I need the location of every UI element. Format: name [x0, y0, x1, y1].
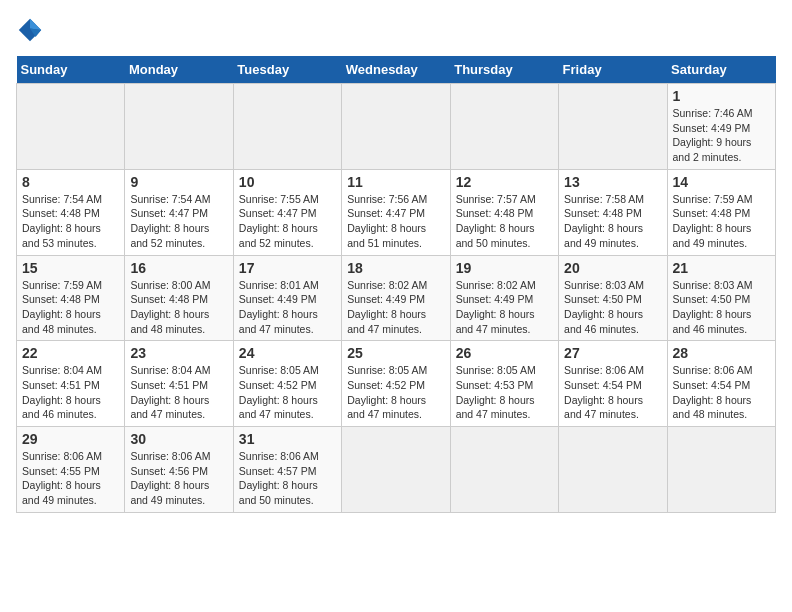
calendar-cell: [17, 84, 125, 170]
cell-info: Sunrise: 8:05 AMSunset: 4:53 PMDaylight:…: [456, 364, 536, 420]
day-number: 15: [22, 260, 119, 276]
day-number: 8: [22, 174, 119, 190]
calendar-cell: 20Sunrise: 8:03 AMSunset: 4:50 PMDayligh…: [559, 255, 667, 341]
day-number: 11: [347, 174, 444, 190]
cell-info: Sunrise: 7:54 AMSunset: 4:48 PMDaylight:…: [22, 193, 102, 249]
calendar-cell: [559, 427, 667, 513]
calendar-cell: 16Sunrise: 8:00 AMSunset: 4:48 PMDayligh…: [125, 255, 233, 341]
calendar-cell: 14Sunrise: 7:59 AMSunset: 4:48 PMDayligh…: [667, 169, 775, 255]
cell-info: Sunrise: 8:06 AMSunset: 4:56 PMDaylight:…: [130, 450, 210, 506]
day-number: 10: [239, 174, 336, 190]
cell-info: Sunrise: 8:03 AMSunset: 4:50 PMDaylight:…: [673, 279, 753, 335]
calendar-cell: 26Sunrise: 8:05 AMSunset: 4:53 PMDayligh…: [450, 341, 558, 427]
col-header-sunday: Sunday: [17, 56, 125, 84]
calendar-cell: [559, 84, 667, 170]
day-number: 16: [130, 260, 227, 276]
calendar-cell: [125, 84, 233, 170]
calendar-cell: 29Sunrise: 8:06 AMSunset: 4:55 PMDayligh…: [17, 427, 125, 513]
page-header: [16, 16, 776, 44]
col-header-thursday: Thursday: [450, 56, 558, 84]
logo: [16, 16, 48, 44]
calendar-cell: 28Sunrise: 8:06 AMSunset: 4:54 PMDayligh…: [667, 341, 775, 427]
day-number: 18: [347, 260, 444, 276]
cell-info: Sunrise: 7:59 AMSunset: 4:48 PMDaylight:…: [22, 279, 102, 335]
day-number: 29: [22, 431, 119, 447]
cell-info: Sunrise: 8:01 AMSunset: 4:49 PMDaylight:…: [239, 279, 319, 335]
col-header-wednesday: Wednesday: [342, 56, 450, 84]
calendar-cell: 12Sunrise: 7:57 AMSunset: 4:48 PMDayligh…: [450, 169, 558, 255]
logo-icon: [16, 16, 44, 44]
col-header-tuesday: Tuesday: [233, 56, 341, 84]
calendar-cell: 17Sunrise: 8:01 AMSunset: 4:49 PMDayligh…: [233, 255, 341, 341]
calendar-cell: 13Sunrise: 7:58 AMSunset: 4:48 PMDayligh…: [559, 169, 667, 255]
calendar-cell: 10Sunrise: 7:55 AMSunset: 4:47 PMDayligh…: [233, 169, 341, 255]
cell-info: Sunrise: 7:57 AMSunset: 4:48 PMDaylight:…: [456, 193, 536, 249]
calendar-cell: 24Sunrise: 8:05 AMSunset: 4:52 PMDayligh…: [233, 341, 341, 427]
calendar-cell: [342, 427, 450, 513]
day-number: 13: [564, 174, 661, 190]
calendar-cell: 23Sunrise: 8:04 AMSunset: 4:51 PMDayligh…: [125, 341, 233, 427]
calendar-cell: [233, 84, 341, 170]
calendar-cell: 30Sunrise: 8:06 AMSunset: 4:56 PMDayligh…: [125, 427, 233, 513]
calendar-table: SundayMondayTuesdayWednesdayThursdayFrid…: [16, 56, 776, 513]
cell-info: Sunrise: 7:59 AMSunset: 4:48 PMDaylight:…: [673, 193, 753, 249]
calendar-cell: 11Sunrise: 7:56 AMSunset: 4:47 PMDayligh…: [342, 169, 450, 255]
day-number: 22: [22, 345, 119, 361]
week-row-4: 22Sunrise: 8:04 AMSunset: 4:51 PMDayligh…: [17, 341, 776, 427]
day-number: 23: [130, 345, 227, 361]
calendar-cell: 8Sunrise: 7:54 AMSunset: 4:48 PMDaylight…: [17, 169, 125, 255]
calendar-cell: 15Sunrise: 7:59 AMSunset: 4:48 PMDayligh…: [17, 255, 125, 341]
cell-info: Sunrise: 8:06 AMSunset: 4:55 PMDaylight:…: [22, 450, 102, 506]
cell-info: Sunrise: 7:58 AMSunset: 4:48 PMDaylight:…: [564, 193, 644, 249]
calendar-cell: 21Sunrise: 8:03 AMSunset: 4:50 PMDayligh…: [667, 255, 775, 341]
day-number: 28: [673, 345, 770, 361]
day-number: 12: [456, 174, 553, 190]
calendar-cell: [450, 427, 558, 513]
day-number: 21: [673, 260, 770, 276]
day-number: 1: [673, 88, 770, 104]
cell-info: Sunrise: 7:54 AMSunset: 4:47 PMDaylight:…: [130, 193, 210, 249]
col-header-saturday: Saturday: [667, 56, 775, 84]
calendar-cell: 25Sunrise: 8:05 AMSunset: 4:52 PMDayligh…: [342, 341, 450, 427]
day-number: 25: [347, 345, 444, 361]
col-header-monday: Monday: [125, 56, 233, 84]
week-row-1: 1Sunrise: 7:46 AMSunset: 4:49 PMDaylight…: [17, 84, 776, 170]
calendar-cell: [450, 84, 558, 170]
svg-marker-1: [30, 19, 41, 30]
cell-info: Sunrise: 8:02 AMSunset: 4:49 PMDaylight:…: [347, 279, 427, 335]
cell-info: Sunrise: 8:06 AMSunset: 4:54 PMDaylight:…: [673, 364, 753, 420]
day-number: 9: [130, 174, 227, 190]
calendar-cell: 9Sunrise: 7:54 AMSunset: 4:47 PMDaylight…: [125, 169, 233, 255]
calendar-cell: 27Sunrise: 8:06 AMSunset: 4:54 PMDayligh…: [559, 341, 667, 427]
cell-info: Sunrise: 8:04 AMSunset: 4:51 PMDaylight:…: [22, 364, 102, 420]
cell-info: Sunrise: 8:06 AMSunset: 4:54 PMDaylight:…: [564, 364, 644, 420]
week-row-5: 29Sunrise: 8:06 AMSunset: 4:55 PMDayligh…: [17, 427, 776, 513]
week-row-3: 15Sunrise: 7:59 AMSunset: 4:48 PMDayligh…: [17, 255, 776, 341]
cell-info: Sunrise: 7:46 AMSunset: 4:49 PMDaylight:…: [673, 107, 753, 163]
cell-info: Sunrise: 8:05 AMSunset: 4:52 PMDaylight:…: [347, 364, 427, 420]
calendar-cell: 31Sunrise: 8:06 AMSunset: 4:57 PMDayligh…: [233, 427, 341, 513]
day-number: 31: [239, 431, 336, 447]
day-number: 19: [456, 260, 553, 276]
cell-info: Sunrise: 8:00 AMSunset: 4:48 PMDaylight:…: [130, 279, 210, 335]
calendar-cell: 18Sunrise: 8:02 AMSunset: 4:49 PMDayligh…: [342, 255, 450, 341]
day-number: 30: [130, 431, 227, 447]
calendar-cell: 1Sunrise: 7:46 AMSunset: 4:49 PMDaylight…: [667, 84, 775, 170]
day-number: 20: [564, 260, 661, 276]
cell-info: Sunrise: 8:06 AMSunset: 4:57 PMDaylight:…: [239, 450, 319, 506]
cell-info: Sunrise: 7:56 AMSunset: 4:47 PMDaylight:…: [347, 193, 427, 249]
cell-info: Sunrise: 8:02 AMSunset: 4:49 PMDaylight:…: [456, 279, 536, 335]
calendar-cell: 22Sunrise: 8:04 AMSunset: 4:51 PMDayligh…: [17, 341, 125, 427]
cell-info: Sunrise: 8:04 AMSunset: 4:51 PMDaylight:…: [130, 364, 210, 420]
day-number: 17: [239, 260, 336, 276]
cell-info: Sunrise: 7:55 AMSunset: 4:47 PMDaylight:…: [239, 193, 319, 249]
day-number: 26: [456, 345, 553, 361]
calendar-cell: [342, 84, 450, 170]
cell-info: Sunrise: 8:03 AMSunset: 4:50 PMDaylight:…: [564, 279, 644, 335]
calendar-cell: 19Sunrise: 8:02 AMSunset: 4:49 PMDayligh…: [450, 255, 558, 341]
day-number: 24: [239, 345, 336, 361]
day-number: 14: [673, 174, 770, 190]
cell-info: Sunrise: 8:05 AMSunset: 4:52 PMDaylight:…: [239, 364, 319, 420]
calendar-cell: [667, 427, 775, 513]
week-row-2: 8Sunrise: 7:54 AMSunset: 4:48 PMDaylight…: [17, 169, 776, 255]
